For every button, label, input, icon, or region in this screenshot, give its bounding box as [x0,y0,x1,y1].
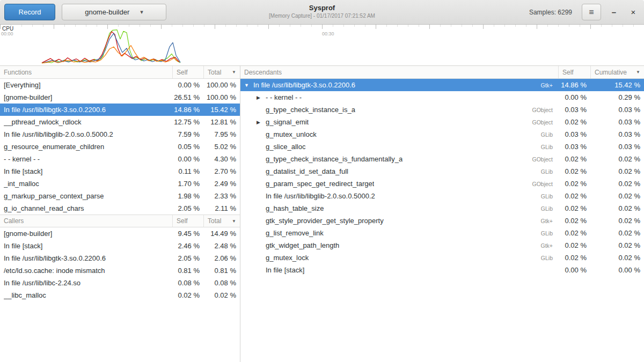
total-percent: 2.49 % [203,180,240,188]
column-header-total[interactable]: Total ▼ [203,66,240,78]
function-name: g_mutex_unlock [266,130,317,138]
column-header-total[interactable]: Total ▼ [203,215,240,227]
chevron-down-icon: ▾ [140,9,143,16]
function-row[interactable]: [Everything]0.00 %100.00 % [0,79,240,91]
column-header-functions[interactable]: Functions [0,66,172,78]
total-percent: 0.03 % [590,118,644,126]
total-percent: 0.29 % [590,93,644,101]
record-button[interactable]: Record [4,4,55,20]
self-percent: 2.46 % [172,242,203,250]
total-percent: 0.03 % [590,106,644,114]
process-selector-dropdown[interactable]: gnome-builder ▾ [62,4,166,20]
descendant-row[interactable]: g_hash_table_sizeGLib0.02 %0.02 % [240,202,644,215]
descendant-row[interactable]: g_datalist_id_set_data_fullGLib0.02 %0.0… [240,165,644,178]
menu-button[interactable]: ≡ [582,4,601,20]
header-bar: Record gnome-builder ▾ Sysprof [Memory C… [0,0,644,25]
descendant-row[interactable]: g_slice_allocGLib0.03 %0.03 % [240,141,644,153]
total-percent: 2.48 % [203,242,240,250]
function-name-cell: __libc_malloc [0,291,172,299]
function-row[interactable]: __pthread_rwlock_rdlock12.75 %12.81 % [0,116,240,128]
caller-row[interactable]: __libc_malloc0.02 %0.02 % [0,289,240,301]
library-badge: GObject [532,156,558,162]
self-percent: 0.02 % [558,180,590,188]
library-badge: Gtk+ [541,242,558,249]
function-row[interactable]: g_markup_parse_context_parse1.98 %2.33 % [0,190,240,202]
self-percent: 0.02 % [558,217,590,225]
descendant-row[interactable]: g_mutex_unlockGLib0.03 %0.03 % [240,128,644,141]
descendant-row[interactable]: ▶g_signal_emitGObject0.02 %0.03 % [240,116,644,128]
cpu-green-line [42,30,180,63]
descendant-row[interactable]: g_param_spec_get_redirect_targetGObject0… [240,178,644,190]
function-name-cell: g_list_remove_linkGLib [240,229,558,237]
column-header-cumulative[interactable]: Cumulative ▼ [590,66,644,78]
timeline-label-mid: 00:30 [322,31,334,36]
total-percent: 0.03 % [590,130,644,138]
descendant-row[interactable]: ▶- - kernel - -0.00 %0.29 % [240,91,644,104]
caller-row[interactable]: In file /usr/lib/libgtk-3.so.0.2200.62.0… [0,252,240,264]
total-percent: 0.02 % [590,229,644,237]
function-row[interactable]: [gnome-builder]26.51 %100.00 % [0,91,240,104]
function-name-cell: - - kernel - - [0,155,172,163]
cpu-graph[interactable]: CPU 00:00 00:30 [0,25,644,66]
hamburger-icon: ≡ [589,8,594,17]
function-name-cell: g_param_spec_get_redirect_targetGObject [240,180,558,188]
caller-row[interactable]: /etc/ld.so.cache: inode mismatch0.81 %0.… [0,264,240,277]
descendants-table-body: ▼In file /usr/lib/libgtk-3.so.0.2200.6Gt… [240,79,644,276]
function-name: g_type_check_instance_is_a [266,106,355,114]
function-name: g_hash_table_size [266,204,324,212]
column-header-descendants[interactable]: Descendants [240,66,558,78]
function-name: In file [stack] [4,242,42,250]
functions-table-body: [Everything]0.00 %100.00 %[gnome-builder… [0,79,240,215]
cpu-red-line [42,32,179,63]
function-row[interactable]: In file [stack]0.11 %2.70 % [0,165,240,178]
caller-row[interactable]: In file /usr/lib/libc-2.24.so0.08 %0.08 … [0,277,240,289]
expander-open-icon[interactable]: ▼ [244,83,253,88]
descendant-row[interactable]: In file [stack]0.00 %0.00 % [240,264,644,276]
function-row[interactable]: g_resource_enumerate_children0.05 %5.02 … [0,141,240,153]
function-name-cell: [Everything] [0,81,172,89]
samples-count: Samples: 6299 [529,9,572,16]
function-name-cell: g_markup_parse_context_parse [0,192,172,200]
function-row[interactable]: _int_malloc1.70 %2.49 % [0,178,240,190]
column-header-self[interactable]: Self [558,66,590,78]
descendant-row[interactable]: gtk_style_provider_get_style_propertyGtk… [240,215,644,227]
sort-indicator-icon: ▼ [636,70,640,75]
descendant-row[interactable]: gtk_widget_path_lengthGtk+0.02 %0.02 % [240,239,644,252]
function-row[interactable]: In file /usr/lib/libglib-2.0.so.0.5000.2… [0,128,240,141]
descendant-row[interactable]: g_type_check_instance_is_aGObject0.03 %0… [240,104,644,116]
total-percent: 0.03 % [590,143,644,151]
column-header-callers[interactable]: Callers [0,215,172,227]
function-name: g_mutex_lock [266,254,309,262]
total-percent: 4.30 % [203,155,240,163]
library-badge: GObject [532,181,558,187]
total-percent: 0.02 % [590,204,644,212]
self-percent: 2.05 % [172,254,203,262]
function-name-cell: gtk_style_provider_get_style_propertyGtk… [240,217,558,225]
descendant-row[interactable]: g_mutex_lockGLib0.02 %0.02 % [240,252,644,264]
caller-row[interactable]: In file [stack]2.46 %2.48 % [0,240,240,252]
total-percent: 12.81 % [203,118,240,126]
function-name: In file /usr/lib/libglib-2.0.so.0.5000.2 [4,130,113,138]
function-name: [Everything] [4,81,41,89]
descendant-row[interactable]: ▼In file /usr/lib/libgtk-3.so.0.2200.6Gt… [240,79,644,91]
descendant-row[interactable]: g_list_remove_linkGLib0.02 %0.02 % [240,227,644,239]
minimize-button[interactable]: – [608,6,620,19]
library-badge: GLib [541,193,558,200]
caller-row[interactable]: [gnome-builder]9.45 %14.49 % [0,227,240,240]
column-header-self[interactable]: Self [172,66,203,78]
expander-closed-icon[interactable]: ▶ [257,120,266,125]
descendant-row[interactable]: g_type_check_instance_is_fundamentally_a… [240,153,644,165]
function-row[interactable]: In file /usr/lib/libgtk-3.so.0.2200.614.… [0,104,240,116]
column-header-self[interactable]: Self [172,215,203,227]
descendant-row[interactable]: In file /usr/lib/libglib-2.0.so.0.5000.2… [240,190,644,202]
function-name: g_signal_emit [266,118,309,126]
expander-closed-icon[interactable]: ▶ [257,95,266,100]
self-percent: 0.05 % [172,143,203,151]
self-percent: 0.00 % [558,266,590,274]
function-name: - - kernel - - [4,155,40,163]
total-percent: 0.81 % [203,267,240,275]
function-row[interactable]: g_io_channel_read_chars2.05 %2.11 % [0,202,240,215]
functions-table: Functions Self Total ▼ [Everything]0.00 … [0,66,240,215]
function-row[interactable]: - - kernel - -0.00 %4.30 % [0,153,240,165]
close-button[interactable]: × [627,6,640,19]
